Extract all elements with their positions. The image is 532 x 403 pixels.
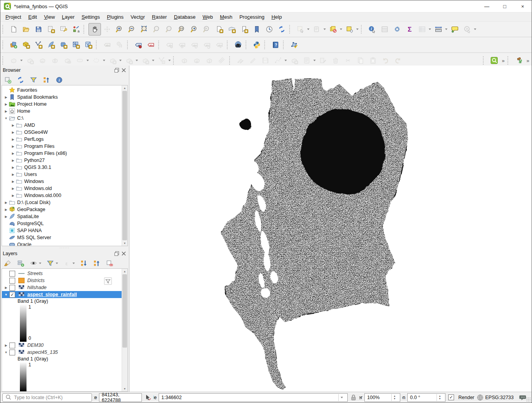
modify-attributes-selected-button[interactable] (317, 54, 329, 67)
project-open-button[interactable] (20, 23, 32, 36)
grass-tools-button[interactable] (513, 54, 525, 67)
toolbar-handle[interactable] (173, 56, 177, 65)
expand-arrow-icon[interactable]: ▶ (4, 96, 9, 99)
expand-arrow-icon[interactable]: ▶ (11, 173, 16, 176)
toolbar-handle[interactable] (2, 56, 6, 65)
browser-scroll-thumb[interactable] (122, 91, 127, 240)
layers-scroll-thumb[interactable] (122, 274, 127, 348)
menu-vector[interactable]: Vector (127, 13, 148, 21)
merge-features-button[interactable] (49, 54, 61, 67)
project-new-button[interactable] (7, 23, 20, 36)
delete-ring-button[interactable]: d (191, 54, 203, 67)
layer-labeling-button[interactable]: abc (101, 39, 113, 51)
zoom-to-layer-button[interactable] (163, 23, 176, 36)
cut-features-button[interactable]: ✂ (342, 54, 354, 67)
toolbar-handle[interactable] (227, 41, 230, 49)
scroll-down-icon[interactable]: ▼ (122, 386, 127, 391)
rotate-label-button[interactable]: abc (201, 39, 213, 51)
open-attribute-table-button[interactable] (416, 23, 428, 36)
zoom-next-button[interactable] (201, 23, 213, 36)
layer-visibility-checkbox[interactable]: ✓ (9, 292, 15, 298)
expand-arrow-icon[interactable]: ▶ (11, 131, 16, 134)
menu-layer[interactable]: Layer (58, 13, 78, 21)
dropdown-caret-icon[interactable] (445, 28, 447, 30)
expand-arrow-icon[interactable]: ▶ (11, 152, 16, 155)
layer-diagram-button[interactable] (113, 39, 126, 51)
map-tips-button[interactable] (449, 23, 461, 36)
layer-item-streets[interactable]: Streets (2, 270, 122, 277)
delete-part-button[interactable]: ∫ (203, 54, 216, 67)
data-source-manager-button[interactable] (7, 39, 20, 51)
toolbar-handle[interactable] (246, 41, 249, 49)
regular-polygon-tool-button[interactable] (139, 54, 152, 67)
identify-features-button[interactable]: i (366, 23, 378, 36)
new-virtual-layer-button[interactable] (70, 39, 82, 51)
split-features-button[interactable]: ✂ (36, 54, 49, 67)
browser-item-d-local-disk[interactable]: ▶D:\ (Local Disk) (2, 199, 122, 206)
expand-arrow-icon[interactable]: ▶ (4, 215, 9, 218)
browser-item-qgis-3-30-1[interactable]: ▶QGIS 3.30.1 (2, 164, 122, 171)
new-temporary-scratch-layer-button[interactable] (57, 39, 70, 51)
expand-arrow-icon[interactable]: ▶ (4, 344, 9, 347)
browser-item-perflogs[interactable]: ▶PerfLogs (2, 136, 122, 143)
browser-scrollbar[interactable]: ▲ ▼ (122, 85, 127, 246)
zoom-native-resolution-button[interactable]: 1:1 (176, 23, 188, 36)
toolbar-handle[interactable] (2, 41, 6, 49)
dropdown-caret-icon[interactable] (56, 263, 58, 264)
show-layout-manager-button[interactable] (57, 23, 70, 36)
pin-labels-button[interactable]: ab (132, 39, 145, 51)
rotation-spinbox[interactable]: 0.0 ° ▲▼ (407, 393, 445, 402)
offset-curve-button[interactable] (216, 54, 228, 67)
dropdown-caret-icon[interactable] (340, 28, 342, 30)
browser-item-osgeo4w[interactable]: ▶OSGeo4W (2, 129, 122, 136)
layer-visibility-checkbox[interactable] (9, 350, 15, 355)
toolbar-handle[interactable] (158, 41, 162, 49)
browser-item-c[interactable]: ▼C:\ (2, 115, 122, 122)
menu-project[interactable]: Project (2, 13, 25, 21)
show-spatial-bookmarks-button[interactable] (251, 23, 263, 36)
layer-visibility-checkbox[interactable] (9, 343, 15, 348)
undo-button[interactable] (379, 54, 392, 67)
magnifier-spinbox[interactable]: 100% ▲▼ (364, 393, 400, 402)
toolbar-handle[interactable] (127, 41, 131, 49)
menu-mesh[interactable]: Mesh (216, 13, 236, 21)
browser-item-postgresql[interactable]: PostgreSQL (2, 220, 122, 227)
collapse-arrow-icon[interactable]: ▼ (4, 293, 9, 296)
digitize-with-curve-button[interactable] (272, 54, 284, 67)
expand-arrow-icon[interactable]: ▶ (4, 201, 9, 204)
help-contents-button[interactable]: ? (269, 39, 282, 51)
filter-browser-button[interactable] (28, 75, 39, 85)
check-geometries-button[interactable] (288, 39, 300, 51)
browser-item-windows-old-000[interactable]: ▶Windows.old.000 (2, 192, 122, 199)
copy-features-button[interactable] (354, 54, 367, 67)
dropdown-caret-icon[interactable] (356, 28, 359, 30)
add-group-button[interactable] (16, 258, 26, 268)
browser-float-icon[interactable] (114, 67, 120, 73)
paste-features-button[interactable] (367, 54, 379, 67)
expand-arrow-icon[interactable]: ▶ (4, 103, 9, 106)
expand-arrow-icon[interactable]: ▶ (11, 187, 16, 190)
expand-arrow-icon[interactable]: ▶ (11, 138, 16, 141)
menu-help[interactable]: Help (268, 13, 285, 21)
save-layer-edits-button[interactable] (259, 54, 272, 67)
dropdown-caret-icon[interactable] (119, 60, 122, 61)
new-shapefile-layer-button[interactable] (32, 39, 45, 51)
pin-unpin-labels-button[interactable]: ab (163, 39, 176, 51)
dropdown-caret-icon[interactable] (152, 60, 154, 61)
collapse-all-button[interactable] (41, 75, 51, 85)
messages-icon[interactable] (519, 394, 527, 401)
collapse-arrow-icon[interactable]: ▼ (4, 351, 9, 354)
new-map-view-button[interactable] (213, 23, 226, 36)
browser-item-oracle[interactable]: Oracle (2, 241, 122, 246)
menu-view[interactable]: View (41, 13, 58, 21)
sum-selected-features-button[interactable] (378, 23, 391, 36)
menu-raster[interactable]: Raster (148, 13, 170, 21)
move-label-button[interactable]: abc (188, 39, 201, 51)
dropdown-caret-icon[interactable] (87, 60, 89, 61)
browser-item-windows-old[interactable]: ▶Windows.old (2, 185, 122, 192)
zoom-last-button[interactable] (188, 23, 201, 36)
deselect-all-button[interactable] (327, 23, 339, 36)
expand-arrow-icon[interactable]: ▶ (11, 166, 16, 169)
menu-settings[interactable]: Settings (78, 13, 103, 21)
expand-arrow-icon[interactable]: ▶ (4, 286, 9, 289)
